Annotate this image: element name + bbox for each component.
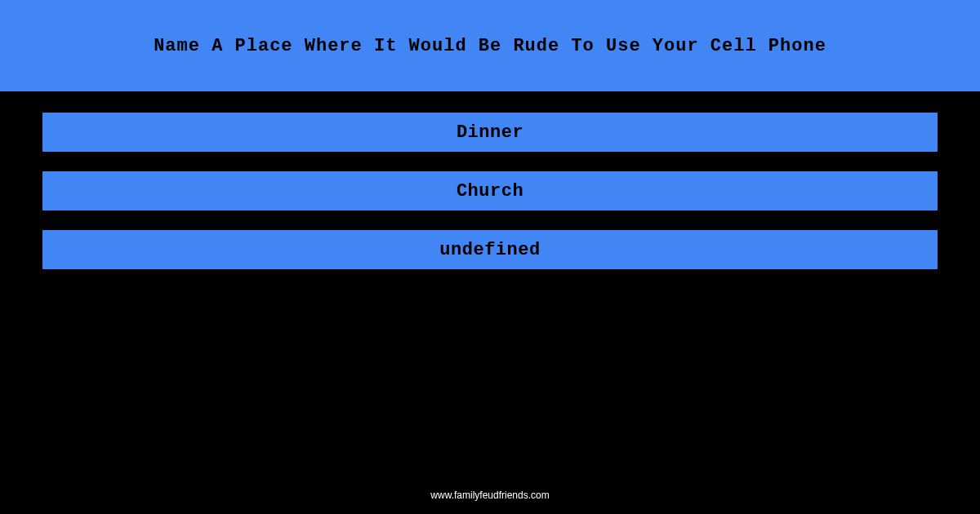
- footer-url: www.familyfeudfriends.com: [430, 490, 549, 501]
- question-header: Name A Place Where It Would Be Rude To U…: [0, 0, 980, 91]
- answer-label: Dinner: [457, 122, 523, 143]
- question-title: Name A Place Where It Would Be Rude To U…: [154, 36, 826, 56]
- answer-row[interactable]: Church: [42, 171, 938, 210]
- answers-list: Dinner Church undefined: [0, 91, 980, 269]
- answer-row[interactable]: Dinner: [42, 113, 938, 152]
- footer: www.familyfeudfriends.com: [0, 488, 980, 503]
- answer-row[interactable]: undefined: [42, 230, 938, 269]
- answer-label: undefined: [439, 240, 540, 260]
- answer-label: Church: [457, 181, 523, 202]
